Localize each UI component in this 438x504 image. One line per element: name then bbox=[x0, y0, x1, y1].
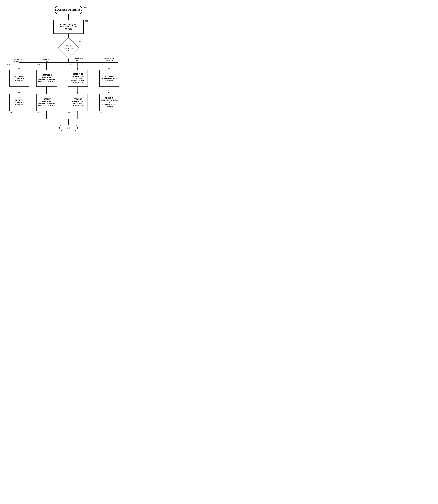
end-node: END bbox=[59, 125, 78, 131]
node-435b-label: PRESENTCONTENT OFSELECTEDCONNECTION bbox=[72, 98, 84, 107]
node-405-label: RECEIVE A REQUESTINDICATING DATA TOACCES… bbox=[60, 24, 77, 30]
svg-marker-13 bbox=[108, 68, 110, 70]
ref-410: 410 bbox=[79, 41, 82, 43]
ref-425: 425 bbox=[37, 64, 40, 66]
node-415b-label: PRESENTAVAILABLESOURCES bbox=[14, 99, 24, 106]
node-445b-label: PRESENTREPRESENTATIONS OFSUPPORTED FILEF… bbox=[99, 97, 119, 108]
node-425a-label: DETERMINEAVAILABLECONNECTIONS FORSELECTE… bbox=[38, 74, 55, 83]
node-425b: PRESENTAVAILABLECONNECTIONS FORSELECTED … bbox=[36, 94, 57, 111]
ref-420: 420 bbox=[10, 112, 12, 114]
svg-marker-19 bbox=[77, 92, 78, 94]
branch-label-435: CONNECTIONTYPE bbox=[70, 58, 86, 62]
node-425b-label: PRESENTAVAILABLECONNECTIONS FORSELECTED … bbox=[38, 98, 55, 107]
flowchart: DATA RECOVERY PROCESSING 400 RECEIVE A R… bbox=[3, 5, 134, 164]
node-435a: DETERMINECONNECTION CONTENTFOR SELECTEDC… bbox=[68, 70, 88, 87]
node-415b: PRESENTAVAILABLESOURCES bbox=[10, 94, 29, 111]
node-425a: DETERMINEAVAILABLECONNECTIONS FORSELECTE… bbox=[36, 70, 57, 87]
ref-415: 415 bbox=[7, 64, 10, 66]
ref-430: 430 bbox=[36, 112, 39, 114]
node-415a-label: DETERMINEAVAILABLESOURCES bbox=[14, 75, 24, 82]
end-label: END bbox=[67, 127, 70, 129]
branch-label-415: GROUP OFSOURCES bbox=[10, 59, 26, 63]
ref-450: 450 bbox=[99, 112, 102, 114]
ref-435: 435 bbox=[70, 64, 72, 66]
start-label: DATA RECOVERY PROCESSING bbox=[55, 9, 82, 11]
svg-marker-11 bbox=[77, 68, 78, 70]
node-415a: DETERMINEAVAILABLESOURCES bbox=[10, 70, 29, 87]
start-node: DATA RECOVERY PROCESSING bbox=[55, 6, 82, 14]
node-405: RECEIVE A REQUESTINDICATING DATA TOACCES… bbox=[53, 20, 84, 34]
svg-marker-7 bbox=[18, 68, 20, 70]
svg-marker-15 bbox=[18, 92, 20, 94]
node-445a: DETERMINESUPPORTED FILEFORMATS bbox=[99, 70, 119, 87]
ref-405: 405 bbox=[85, 20, 88, 22]
svg-marker-17 bbox=[46, 92, 47, 94]
svg-marker-1 bbox=[68, 18, 69, 20]
node-435b: PRESENTCONTENT OFSELECTEDCONNECTION bbox=[68, 94, 88, 111]
node-445a-label: DETERMINESUPPORTED FILEFORMATS bbox=[102, 75, 117, 82]
svg-marker-28 bbox=[68, 123, 69, 125]
diamond-label: TYPEOF FOLDER? bbox=[64, 45, 73, 52]
ref-445: 445 bbox=[102, 64, 104, 66]
branch-label-445: CONNECTIONCONTENT bbox=[100, 58, 118, 62]
svg-marker-21 bbox=[108, 92, 110, 94]
node-445b: PRESENTREPRESENTATIONS OFSUPPORTED FILEF… bbox=[99, 94, 119, 111]
branch-label-425: SOURCETYPE bbox=[38, 59, 53, 63]
node-435a-label: DETERMINECONNECTION CONTENTFOR SELECTEDC… bbox=[68, 73, 88, 84]
svg-marker-9 bbox=[46, 68, 47, 70]
ref-440: 440 bbox=[68, 112, 71, 114]
node-410: TYPEOF FOLDER? bbox=[59, 40, 78, 57]
ref-400: 400 bbox=[84, 6, 87, 8]
